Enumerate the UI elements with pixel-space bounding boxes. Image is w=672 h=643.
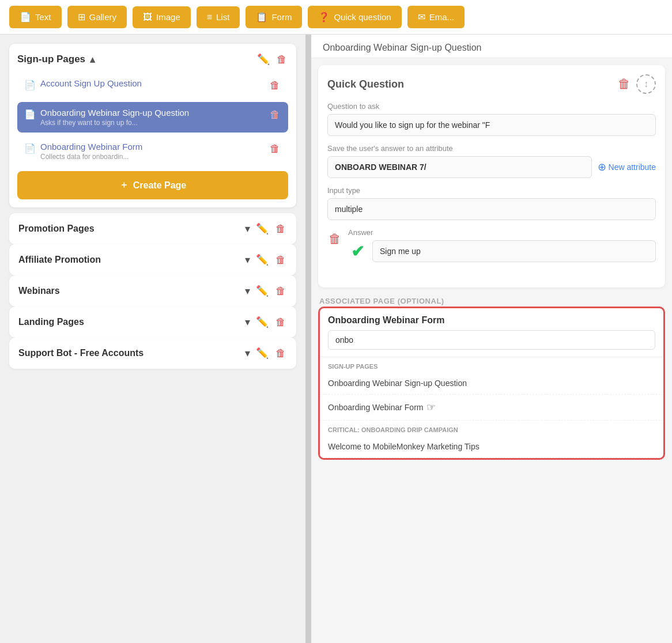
create-page-button[interactable]: ＋ Create Page [17, 171, 288, 199]
component-header-icons: 🗑 ↕ [617, 74, 656, 94]
panel-divider[interactable] [305, 35, 311, 643]
reorder-component-button[interactable]: ↕ [636, 74, 656, 94]
delete-page-button[interactable]: 🗑 [269, 78, 281, 93]
delete-component-button[interactable]: 🗑 [617, 75, 632, 93]
chevron-down-icon: ▾ [245, 254, 250, 266]
delete-page-button[interactable]: 🗑 [269, 142, 281, 156]
signup-pages-actions: ✏️ 🗑 [256, 52, 288, 67]
attribute-input[interactable] [327, 156, 592, 178]
answer-input[interactable] [372, 240, 656, 262]
check-icon: ✔ [351, 242, 364, 261]
page-item-desc: Collects data for onboardin... [40, 153, 269, 161]
page-item-left: 📄 Onboarding Webinar Form Collects data … [24, 142, 269, 161]
chevron-down-icon: ▾ [245, 347, 250, 360]
section-webinars[interactable]: Webinars ▾ ✏️ 🗑 [9, 275, 296, 307]
answer-label: Answer [348, 228, 656, 237]
edit-signup-pages-button[interactable]: ✏️ [256, 52, 271, 67]
section-affiliate-promotion[interactable]: Affiliate Promotion ▾ ✏️ 🗑 [9, 244, 296, 275]
collapsed-sections: Promotion Pages ▾ ✏️ 🗑 Affiliate Promoti… [9, 213, 296, 369]
section-landing-pages[interactable]: Landing Pages ▾ ✏️ 🗑 [9, 307, 296, 338]
btn-label: Image [156, 12, 180, 22]
delete-section-button[interactable]: 🗑 [274, 315, 287, 330]
collapsed-section-title: Affiliate Promotion [18, 255, 101, 265]
delete-page-button[interactable]: 🗑 [269, 108, 281, 122]
form-btn[interactable]: 📋Form [246, 6, 302, 28]
collapsed-section-right: ▾ ✏️ 🗑 [245, 346, 287, 361]
edit-section-button[interactable]: ✏️ [255, 283, 270, 298]
delete-section-button[interactable]: 🗑 [274, 346, 287, 361]
delete-section-button[interactable]: 🗑 [274, 253, 287, 267]
page-item-name: Onboarding Webinar Sign-up Question [40, 108, 269, 118]
collapsed-section-title: Promotion Pages [18, 224, 95, 234]
delete-answer-button[interactable]: 🗑 [327, 230, 342, 248]
delete-section-button[interactable]: 🗑 [274, 284, 287, 298]
collapsed-section-right: ▾ ✏️ 🗑 [245, 315, 287, 330]
edit-section-button[interactable]: ✏️ [255, 346, 270, 361]
quick-question-btn[interactable]: ❓Quick question [308, 6, 401, 28]
signup-pages-title: Sign-up Pages ▴ [17, 54, 95, 66]
section-support-bot[interactable]: Support Bot - Free Accounts ▾ ✏️ 🗑 [9, 338, 296, 369]
btn-icon: 📋 [256, 12, 267, 22]
page-item-name: Onboarding Webinar Form [40, 142, 269, 152]
left-panel: Sign-up Pages ▴ ✏️ 🗑 📄 Account Sign Up Q… [0, 35, 305, 643]
dropdown-list: Sign-up PagesOnboarding Webinar Sign-up … [320, 357, 663, 458]
dropdown-title: Onboarding Webinar Form [328, 315, 655, 326]
toolbar: 📄Text⊞Gallery🖼Image≡List📋Form❓Quick ques… [0, 0, 672, 35]
page-item-name: Account Sign Up Question [40, 78, 269, 88]
gallery-btn[interactable]: ⊞Gallery [67, 6, 127, 28]
page-item-account-signup[interactable]: 📄 Account Sign Up Question 🗑 [17, 73, 288, 99]
list-btn[interactable]: ≡List [197, 6, 240, 28]
dropdown-group-label: Sign-up Pages [320, 357, 663, 372]
signup-pages-section: Sign-up Pages ▴ ✏️ 🗑 📄 Account Sign Up Q… [9, 44, 296, 207]
input-type-input[interactable] [327, 198, 656, 220]
btn-label: List [216, 12, 229, 22]
collapsed-section-title: Support Bot - Free Accounts [18, 348, 144, 358]
btn-label: Text [35, 12, 51, 22]
edit-section-button[interactable]: ✏️ [255, 315, 270, 330]
dropdown-item[interactable]: Onboarding Webinar Form☞ [320, 395, 663, 421]
signup-pages-title-text: Sign-up Pages [17, 54, 85, 65]
answer-checkmark: ✔ [348, 242, 367, 260]
btn-icon: ≡ [207, 12, 212, 22]
new-attribute-label: New attribute [609, 162, 656, 172]
new-attribute-button[interactable]: ⊕ New attribute [598, 161, 656, 173]
edit-section-button[interactable]: ✏️ [255, 221, 270, 236]
dropdown-group-label: CRITICAL: Onboarding Drip Campaign [320, 421, 663, 436]
btn-icon: ⊞ [78, 12, 85, 22]
btn-icon: ❓ [318, 12, 330, 22]
page-item-text: Onboarding Webinar Form Collects data fo… [40, 142, 269, 161]
attribute-label: Save the user's answer to an attribute [327, 144, 656, 153]
image-btn[interactable]: 🖼Image [133, 6, 191, 28]
page-item-onboarding-signup[interactable]: 📄 Onboarding Webinar Sign-up Question As… [17, 102, 288, 133]
item-text: Onboarding Webinar Form [328, 403, 423, 412]
email-btn[interactable]: ✉Ema... [407, 6, 465, 28]
answer-block: Answer ✔ [348, 228, 656, 270]
collapsed-section-right: ▾ ✏️ 🗑 [245, 252, 287, 267]
associated-page-label: Associated page (optional) [311, 294, 672, 307]
page-item-left: 📄 Onboarding Webinar Sign-up Question As… [24, 108, 269, 127]
page-items-list: 📄 Account Sign Up Question 🗑 📄 Onboardin… [17, 73, 288, 167]
collapsed-section-title: Landing Pages [18, 317, 84, 327]
chevron-down-icon: ▾ [245, 222, 250, 235]
question-label: Question to ask [327, 102, 656, 111]
dropdown-item[interactable]: Welcome to MobileMonkey Marketing Tips [320, 436, 663, 458]
delete-signup-pages-button[interactable]: 🗑 [275, 52, 288, 67]
dropdown-item[interactable]: Onboarding Webinar Sign-up Question [320, 372, 663, 395]
attribute-row: ⊕ New attribute [327, 156, 656, 178]
collapsed-section-right: ▾ ✏️ 🗑 [245, 283, 287, 298]
question-input[interactable] [327, 114, 656, 136]
delete-section-button[interactable]: 🗑 [274, 222, 287, 236]
dropdown-search-input[interactable] [328, 330, 655, 350]
section-promotion-pages[interactable]: Promotion Pages ▾ ✏️ 🗑 [9, 213, 296, 244]
btn-label: Form [271, 12, 292, 22]
text-btn[interactable]: 📄Text [9, 6, 62, 28]
btn-label: Gallery [89, 12, 117, 22]
signup-pages-header: Sign-up Pages ▴ ✏️ 🗑 [17, 52, 288, 67]
component-header: Quick Question 🗑 ↕ [327, 74, 656, 94]
create-page-label: Create Page [133, 180, 187, 191]
chevron-down-icon: ▾ [245, 285, 250, 297]
chevron-down-icon: ▾ [245, 316, 250, 328]
input-type-label: Input type [327, 186, 656, 195]
edit-section-button[interactable]: ✏️ [255, 252, 270, 267]
page-item-onboarding-form[interactable]: 📄 Onboarding Webinar Form Collects data … [17, 136, 288, 167]
